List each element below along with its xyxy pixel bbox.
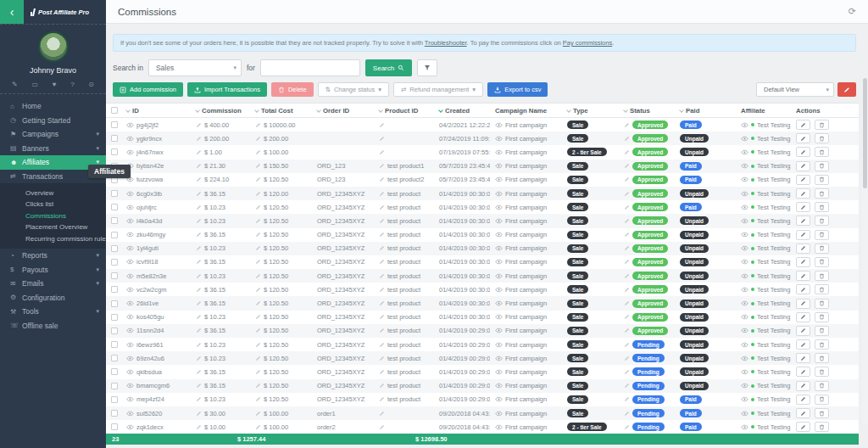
pencil-icon[interactable]	[255, 245, 261, 251]
eye-icon[interactable]	[495, 163, 503, 169]
delete-row-button[interactable]	[815, 133, 829, 143]
affiliate-name[interactable]: Test Testing	[757, 190, 790, 198]
eye-icon[interactable]	[495, 204, 503, 210]
eye-icon[interactable]	[495, 232, 503, 238]
eye-icon[interactable]	[741, 163, 748, 169]
logout-icon[interactable]: ⊙	[88, 81, 94, 88]
delete-button[interactable]: Delete	[271, 82, 314, 97]
eye-icon[interactable]	[126, 424, 134, 430]
row-checkbox[interactable]	[111, 259, 118, 266]
pencil-icon[interactable]	[255, 300, 261, 306]
eye-icon[interactable]	[495, 191, 503, 197]
pencil-icon[interactable]	[196, 314, 202, 320]
edit-row-button[interactable]	[796, 422, 810, 432]
edit-row-button[interactable]	[796, 395, 810, 405]
eye-icon[interactable]	[741, 136, 748, 142]
change-status-button[interactable]: ⇅Change status▾	[318, 82, 389, 97]
edit-row-button[interactable]	[796, 367, 810, 377]
pencil-icon[interactable]	[624, 342, 630, 348]
delete-row-button[interactable]	[815, 299, 829, 309]
pencil-icon[interactable]	[255, 204, 261, 210]
row-checkbox[interactable]	[111, 232, 118, 238]
pencil-icon[interactable]	[624, 314, 630, 320]
pencil-icon[interactable]	[196, 204, 202, 210]
eye-icon[interactable]	[495, 273, 503, 279]
row-checkbox[interactable]	[111, 245, 118, 252]
affiliate-name[interactable]: Test Testing	[757, 217, 790, 225]
delete-row-button[interactable]	[815, 230, 829, 240]
affiliate-name[interactable]: Test Testing	[757, 244, 790, 252]
pencil-icon[interactable]	[624, 369, 630, 375]
affiliate-name[interactable]: Test Testing	[757, 258, 790, 266]
affiliate-name[interactable]: Test Testing	[757, 410, 790, 417]
app-logo[interactable]: Post Affiliate Pro	[24, 0, 106, 24]
edit-row-button[interactable]	[796, 408, 810, 418]
sidebar-item-getting-started[interactable]: ◷Getting Started	[0, 114, 106, 128]
pencil-icon[interactable]	[379, 287, 385, 293]
eye-icon[interactable]	[126, 259, 134, 265]
pencil-icon[interactable]	[196, 300, 202, 306]
pencil-icon[interactable]	[379, 383, 385, 389]
delete-row-button[interactable]	[815, 147, 829, 157]
affiliate-name[interactable]: Test Testing	[757, 395, 790, 403]
edit-row-button[interactable]	[796, 216, 810, 226]
edit-row-button[interactable]	[796, 244, 810, 254]
pencil-icon[interactable]	[196, 136, 202, 142]
eye-icon[interactable]	[126, 396, 134, 402]
pencil-icon[interactable]	[624, 122, 630, 128]
affiliate-name[interactable]: Test Testing	[757, 204, 790, 211]
edit-profile-icon[interactable]: ✎	[12, 81, 18, 88]
view-select[interactable]: Default View▾	[756, 82, 834, 97]
row-checkbox[interactable]	[111, 368, 118, 375]
delete-row-button[interactable]	[815, 175, 829, 185]
affiliate-name[interactable]: Test Testing	[757, 341, 790, 349]
pencil-icon[interactable]	[196, 328, 202, 333]
eye-icon[interactable]	[126, 383, 134, 389]
sidebar-item-configuration[interactable]: ⚙Configuration	[0, 290, 106, 305]
affiliate-name[interactable]: Test Testing	[757, 135, 790, 143]
sidebar-item-payouts[interactable]: $Payouts▾	[0, 262, 106, 277]
pencil-icon[interactable]	[196, 245, 202, 251]
row-checkbox[interactable]	[111, 423, 118, 430]
pencil-icon[interactable]	[255, 218, 261, 224]
eye-icon[interactable]	[126, 245, 134, 251]
submenu-item-commissions[interactable]: Commissions	[0, 210, 106, 221]
eye-icon[interactable]	[741, 411, 748, 417]
row-checkbox[interactable]	[111, 383, 118, 389]
pencil-icon[interactable]	[255, 287, 261, 293]
pencil-icon[interactable]	[196, 287, 202, 293]
edit-row-button[interactable]	[796, 284, 810, 294]
row-checkbox[interactable]	[111, 300, 118, 307]
delete-row-button[interactable]	[815, 408, 829, 418]
pencil-icon[interactable]	[624, 273, 630, 279]
pencil-icon[interactable]	[255, 122, 261, 128]
eye-icon[interactable]	[495, 218, 503, 224]
affiliate-name[interactable]: Test Testing	[757, 382, 790, 389]
edit-row-button[interactable]	[796, 120, 810, 130]
eye-icon[interactable]	[126, 287, 134, 293]
affiliate-name[interactable]: Test Testing	[757, 148, 790, 156]
edit-row-button[interactable]	[796, 312, 810, 322]
pencil-icon[interactable]	[255, 136, 261, 142]
pencil-icon[interactable]	[624, 149, 630, 155]
pencil-icon[interactable]	[255, 424, 261, 430]
edit-row-button[interactable]	[796, 339, 810, 350]
eye-icon[interactable]	[741, 273, 748, 279]
sidebar-item-tools[interactable]: ⚒Tools▾	[0, 305, 106, 319]
eye-icon[interactable]	[126, 122, 134, 128]
eye-icon[interactable]	[741, 149, 748, 155]
pencil-icon[interactable]	[379, 356, 385, 361]
sort-icon[interactable]	[378, 108, 383, 113]
sort-icon[interactable]	[679, 108, 684, 113]
delete-row-button[interactable]	[815, 161, 829, 171]
sidebar-item-banners[interactable]: ▤Banners▾	[0, 142, 106, 156]
sort-icon[interactable]	[195, 108, 200, 113]
row-checkbox[interactable]	[111, 355, 118, 361]
delete-row-button[interactable]	[815, 381, 829, 391]
row-checkbox[interactable]	[111, 121, 118, 128]
pencil-icon[interactable]	[255, 259, 261, 265]
eye-icon[interactable]	[741, 218, 748, 224]
delete-row-button[interactable]	[815, 216, 829, 226]
pencil-icon[interactable]	[379, 176, 385, 182]
affiliate-name[interactable]: Test Testing	[757, 162, 790, 170]
